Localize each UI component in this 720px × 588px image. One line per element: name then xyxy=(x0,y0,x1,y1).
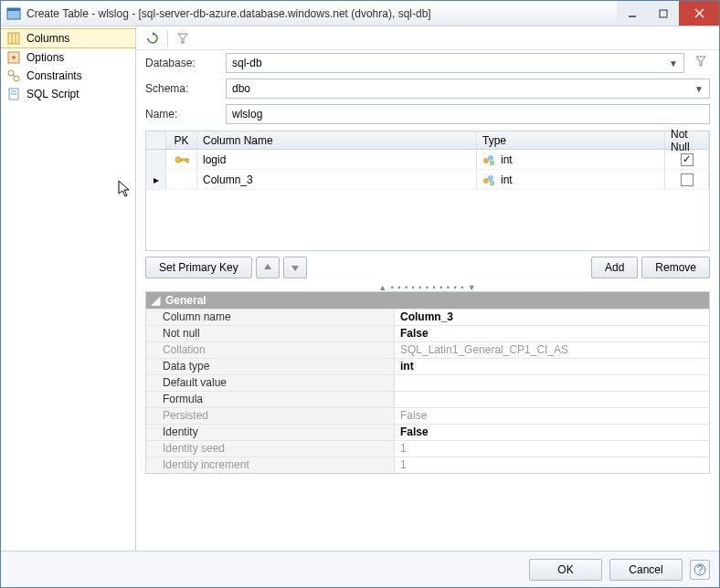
refresh-icon[interactable] xyxy=(143,29,162,47)
property-row[interactable]: Data typeint xyxy=(146,358,709,374)
cancel-button[interactable]: Cancel xyxy=(609,559,683,581)
database-value: sql-db xyxy=(232,57,262,69)
header-pk[interactable]: PK xyxy=(166,131,197,149)
sidebar-item-constraints[interactable]: Constraints xyxy=(1,67,135,85)
property-row[interactable]: Column nameColumn_3 xyxy=(146,309,709,325)
close-button[interactable] xyxy=(679,1,719,26)
move-down-button[interactable] xyxy=(283,257,307,278)
datatype-icon xyxy=(482,153,495,166)
sidebar-item-sql-script[interactable]: SQL Script xyxy=(1,85,135,103)
sidebar: Columns Options Constraints SQL Script xyxy=(1,26,136,551)
property-row[interactable]: Default value xyxy=(146,374,709,391)
app-icon xyxy=(6,6,21,21)
current-row-indicator: ▸ xyxy=(154,173,159,186)
columns-grid: PK Column Name Type Not Null logid int xyxy=(145,131,710,251)
move-up-button[interactable] xyxy=(256,257,280,278)
svg-text:?: ? xyxy=(697,563,704,576)
checkbox-checked-icon xyxy=(681,153,694,166)
svg-rect-1 xyxy=(7,8,20,11)
separator xyxy=(167,30,168,47)
schema-combo[interactable]: dbo ▼ xyxy=(226,79,710,99)
svg-point-23 xyxy=(483,178,489,184)
svg-rect-25 xyxy=(490,181,494,185)
row-selector[interactable] xyxy=(146,150,166,169)
sidebar-item-options[interactable]: Options xyxy=(1,48,135,67)
sidebar-item-columns[interactable]: Columns xyxy=(1,28,135,48)
svg-rect-19 xyxy=(186,159,188,163)
header-type[interactable]: Type xyxy=(477,131,665,149)
chevron-down-icon: ▼ xyxy=(669,58,678,68)
header-column-name[interactable]: Column Name xyxy=(197,131,477,149)
set-primary-key-button[interactable]: Set Primary Key xyxy=(145,257,252,278)
grid-row[interactable]: logid int xyxy=(146,150,709,170)
script-icon xyxy=(6,87,21,101)
remove-button[interactable]: Remove xyxy=(641,257,710,278)
svg-rect-22 xyxy=(490,161,494,165)
svg-point-21 xyxy=(488,155,493,161)
window-title: Create Table - wlslog - [sql-server-db-a… xyxy=(26,7,617,20)
name-label: Name: xyxy=(145,108,218,121)
minimize-button[interactable] xyxy=(617,1,648,26)
database-combo[interactable]: sql-db ▼ xyxy=(226,53,684,73)
property-row: CollationSQL_Latin1_General_CP1_CI_AS xyxy=(146,341,709,358)
database-filter-icon[interactable] xyxy=(695,56,710,70)
type-cell[interactable]: int xyxy=(477,150,665,169)
header-not-null[interactable]: Not Null xyxy=(665,131,709,149)
row-selector[interactable]: ▸ xyxy=(146,170,166,189)
chevron-down-icon: ▼ xyxy=(694,84,704,94)
schema-label: Schema: xyxy=(145,82,218,95)
sidebar-item-label: SQL Script xyxy=(26,88,79,100)
filter-icon[interactable] xyxy=(174,29,192,47)
add-button[interactable]: Add xyxy=(591,257,638,278)
svg-point-20 xyxy=(483,158,489,163)
column-name-cell[interactable]: logid xyxy=(197,150,477,169)
sidebar-item-label: Options xyxy=(26,51,64,64)
help-button[interactable]: ? xyxy=(690,560,710,580)
property-row: Identity seed1 xyxy=(146,440,709,457)
notnull-cell[interactable] xyxy=(665,170,709,189)
collapse-icon: ◢ xyxy=(152,294,160,307)
property-row: PersistedFalse xyxy=(146,407,709,424)
grid-header: PK Column Name Type Not Null xyxy=(146,131,709,150)
property-row[interactable]: IdentityFalse xyxy=(146,424,709,440)
bottom-bar: OK Cancel ? xyxy=(1,551,719,587)
content-toolbar xyxy=(136,26,719,50)
maximize-button[interactable] xyxy=(648,1,679,26)
key-icon xyxy=(175,154,189,165)
database-label: Database: xyxy=(145,57,218,69)
datatype-icon xyxy=(482,173,495,186)
options-icon xyxy=(6,50,21,65)
svg-point-24 xyxy=(488,175,493,181)
pk-cell xyxy=(166,150,197,169)
svg-rect-3 xyxy=(660,10,667,17)
property-row[interactable]: Formula xyxy=(146,391,709,407)
grid-row[interactable]: ▸ Column_3 int xyxy=(146,170,709,190)
checkbox-unchecked-icon xyxy=(681,173,694,186)
title-bar: Create Table - wlslog - [sql-server-db-a… xyxy=(1,1,719,26)
type-cell[interactable]: int xyxy=(477,170,665,189)
pk-cell xyxy=(166,170,197,189)
svg-rect-6 xyxy=(8,33,19,44)
constraints-icon xyxy=(6,68,21,83)
columns-icon xyxy=(6,31,21,46)
properties-panel: ◢ General Column nameColumn_3 Not nullFa… xyxy=(145,291,710,474)
sidebar-item-label: Constraints xyxy=(26,69,82,82)
name-input[interactable] xyxy=(226,104,710,124)
column-name-cell[interactable]: Column_3 xyxy=(197,170,477,189)
property-row: Identity increment1 xyxy=(146,457,709,473)
sidebar-item-label: Columns xyxy=(26,32,69,45)
svg-point-10 xyxy=(12,56,16,59)
property-row[interactable]: Not nullFalse xyxy=(146,325,709,341)
properties-heading[interactable]: ◢ General xyxy=(146,292,709,309)
ok-button[interactable]: OK xyxy=(529,559,602,581)
schema-value: dbo xyxy=(232,82,250,95)
notnull-cell[interactable] xyxy=(665,150,709,169)
svg-line-13 xyxy=(13,75,15,77)
splitter[interactable]: ▲ • • • • • • • • • • • ▼ xyxy=(136,284,719,291)
